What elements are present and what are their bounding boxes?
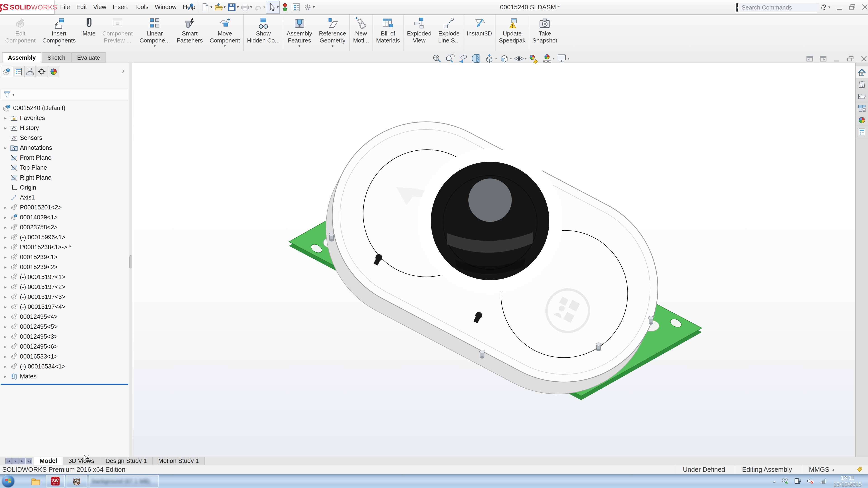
previous-tab-button[interactable]: ◄ xyxy=(12,458,19,464)
unit-dropdown-caret-icon[interactable]: ▴ xyxy=(833,468,834,471)
reference-geometry-button[interactable]: Reference Geometry ▾ xyxy=(315,14,350,51)
show-hidden-components-button[interactable]: Show Hidden Co... xyxy=(244,14,283,51)
tools-menu[interactable]: Tools xyxy=(131,0,152,14)
expand-arrow-icon[interactable]: ▸ xyxy=(2,285,8,290)
tree-item[interactable]: ▸ (-) 00016534<1> xyxy=(0,361,129,371)
pin-menu-icon[interactable] xyxy=(186,2,195,12)
graphics-viewport[interactable]: Y Z X *Isometric xyxy=(132,63,855,457)
window-menu[interactable]: Window xyxy=(152,0,180,14)
search-scope-icon[interactable]: › xyxy=(737,3,738,11)
tree-item[interactable]: ▸ P00015238<1>-> * xyxy=(0,242,129,252)
new-motion-study-button[interactable]: New Moti... xyxy=(350,14,373,51)
dropbox-icon[interactable] xyxy=(781,477,789,485)
mate-button[interactable]: Mate xyxy=(79,14,99,51)
expand-arrow-icon[interactable]: ▸ xyxy=(2,255,8,260)
gimp-taskbar-button[interactable] xyxy=(66,475,87,488)
dropdown-caret-icon[interactable]: ▾ xyxy=(567,57,569,61)
appearances-scenes-tab[interactable] xyxy=(856,114,868,126)
solidworks-taskbar-button[interactable] xyxy=(46,475,65,488)
expand-arrow-icon[interactable]: ▸ xyxy=(2,116,8,121)
expand-arrow-icon[interactable]: ▸ xyxy=(2,205,8,210)
instant3d-button[interactable]: Instant3D xyxy=(463,14,495,51)
view-menu[interactable]: View xyxy=(90,0,110,14)
expand-arrow-icon[interactable]: ▸ xyxy=(2,274,8,280)
dropdown-caret-icon[interactable]: ▾ xyxy=(237,5,239,9)
tree-item[interactable]: ▸ 00012495<6> xyxy=(0,341,129,352)
tab-design-study-1[interactable]: Design Study 1 xyxy=(100,457,153,465)
dropdown-caret-icon[interactable]: ▾ xyxy=(510,57,512,61)
start-button[interactable] xyxy=(2,475,14,487)
tree-item[interactable]: ▸ 00023758<2> xyxy=(0,222,129,232)
restore-document-button[interactable] xyxy=(845,54,855,64)
file-menu[interactable]: File xyxy=(57,0,73,14)
assembly-3d-model[interactable] xyxy=(132,63,855,457)
minimize-document-button[interactable] xyxy=(832,54,842,64)
expand-arrow-icon[interactable]: ▸ xyxy=(2,314,8,320)
tree-item[interactable]: Sensors xyxy=(0,133,129,143)
featuremanager-tab[interactable] xyxy=(1,66,12,77)
dropdown-caret-icon[interactable]: ▾ xyxy=(250,5,252,9)
taskbar-clock[interactable]: 18:11 13/12/2015 xyxy=(830,475,866,488)
insert-components-button[interactable]: Insert Components ▾ xyxy=(39,14,79,51)
dropdown-caret-icon[interactable]: ▾ xyxy=(277,5,279,9)
expand-arrow-icon[interactable]: ▸ xyxy=(2,304,8,310)
close-document-button[interactable] xyxy=(859,54,868,64)
dropdown-caret-icon[interactable]: ▾ xyxy=(154,44,156,48)
tree-item[interactable]: ▸ Mates xyxy=(0,371,129,381)
split-pane-right-button[interactable] xyxy=(818,54,828,64)
expand-arrow-icon[interactable]: ▸ xyxy=(2,364,8,369)
expand-arrow-icon[interactable]: ▸ xyxy=(2,245,8,250)
print-button[interactable]: ▾ xyxy=(240,1,253,13)
undo-button[interactable]: ▾ xyxy=(253,1,266,13)
view-orientation-button[interactable]: ▾ xyxy=(483,53,498,64)
tree-item[interactable]: ▸ History xyxy=(0,123,129,133)
search-commands-box[interactable]: › ▾ xyxy=(735,2,817,13)
dropdown-caret-icon[interactable]: ▾ xyxy=(264,5,266,9)
previous-view-button[interactable] xyxy=(457,53,470,64)
options-button[interactable]: ▾ xyxy=(302,1,315,13)
tree-item[interactable]: ▸ 00016533<1> xyxy=(0,352,129,361)
dropdown-caret-icon[interactable]: ▾ xyxy=(525,57,527,61)
dropdown-caret-icon[interactable]: ▾ xyxy=(299,44,301,48)
tree-item[interactable]: Front Plane xyxy=(0,153,129,163)
restore-app-button[interactable] xyxy=(847,2,857,12)
expand-arrow-icon[interactable]: ▸ xyxy=(2,334,8,339)
selection-filter-button[interactable] xyxy=(280,1,291,13)
expand-arrow-icon[interactable]: ▸ xyxy=(2,294,8,300)
search-input[interactable] xyxy=(739,3,819,12)
help-button[interactable]: ?▾ xyxy=(822,0,830,14)
tab-evaluate[interactable]: Evaluate xyxy=(71,53,105,63)
open-button[interactable]: ▾ xyxy=(213,1,226,13)
edit-component-button[interactable]: Edit Component xyxy=(2,14,39,51)
dropdown-caret-icon[interactable]: ▾ xyxy=(495,57,497,61)
hide-show-items-button[interactable]: ▾ xyxy=(513,53,528,64)
dropdown-caret-icon[interactable]: ▾ xyxy=(224,5,226,9)
tree-item[interactable]: ▸ 00015239<1> xyxy=(0,252,129,262)
expand-arrow-icon[interactable]: ▸ xyxy=(2,225,8,230)
smart-fasteners-button[interactable]: Smart Fasteners xyxy=(174,14,206,51)
network-signal-icon[interactable] xyxy=(819,477,827,485)
expand-arrow-icon[interactable]: ▸ xyxy=(2,125,8,131)
panel-splitter-handle[interactable] xyxy=(129,255,132,268)
edit-appearance-button[interactable] xyxy=(528,53,541,64)
display-style-button[interactable]: ▾ xyxy=(498,53,513,64)
filter-dropdown-caret-icon[interactable]: ▾ xyxy=(12,93,14,97)
tree-item[interactable]: ▸ (-) 00015197<2> xyxy=(0,282,129,292)
section-view-button[interactable] xyxy=(470,53,483,64)
displaymanager-tab[interactable] xyxy=(48,66,59,77)
update-speedpak-button[interactable]: Update Speedpak xyxy=(495,14,529,51)
custom-properties-tab[interactable] xyxy=(856,126,868,138)
dropdown-caret-icon[interactable]: ▾ xyxy=(224,44,225,48)
move-component-button[interactable]: Move Component ▾ xyxy=(206,14,243,51)
tree-item[interactable]: Top Plane xyxy=(0,163,129,173)
close-app-button[interactable] xyxy=(860,2,868,12)
tree-item[interactable]: Right Plane xyxy=(0,173,129,183)
tree-item[interactable]: ▸ (-) 00015197<4> xyxy=(0,302,129,312)
minimize-app-button[interactable] xyxy=(835,2,844,12)
volume-muted-icon[interactable] xyxy=(807,477,814,485)
filter-funnel-icon[interactable] xyxy=(2,90,11,99)
view-settings-button[interactable]: ▾ xyxy=(555,53,570,64)
tree-item[interactable]: ▸ Favorites xyxy=(0,113,129,123)
gimp-window-taskbar-button[interactable]: background (67.1 MB) xyxy=(89,475,159,488)
tree-item[interactable]: ▸ 00012495<5> xyxy=(0,322,129,332)
